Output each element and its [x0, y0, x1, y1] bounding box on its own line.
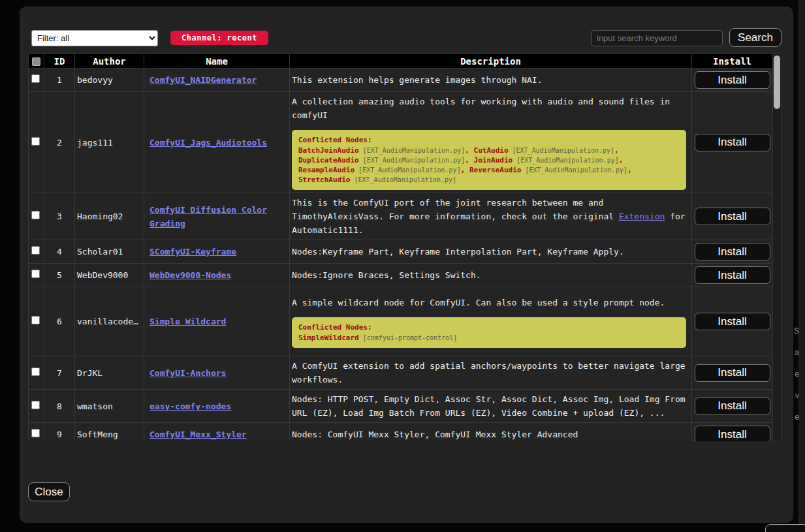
header-id: ID: [44, 54, 75, 69]
row-description: Nodes:Ignore Braces, Settings Switch.: [290, 264, 692, 287]
row-description: Nodes:Keyframe Part, Keyframe Interpolat…: [290, 240, 692, 264]
row-checkbox[interactable]: [31, 211, 40, 219]
table-header-row: ID Author Name Description Install: [29, 54, 773, 69]
conflict-node-name: ReverseAudio: [469, 166, 521, 174]
conflict-node-source: [EXT_AudioManipulation.py]: [359, 157, 466, 164]
conflict-box: Conflicted Nodes: BatchJoinAudio [EXT_Au…: [292, 130, 686, 190]
row-description: A simple wildcard node for ComfyUI. Can …: [290, 287, 692, 356]
row-name-link[interactable]: ComfyUI_NAIDGenerator: [150, 75, 257, 85]
row-name-link[interactable]: SComfyUI-Keyframe: [150, 247, 236, 257]
row-checkbox[interactable]: [31, 316, 40, 324]
conflict-box: Conflicted Nodes: SimpleWildcard [comfyu…: [292, 317, 686, 348]
row-name-link[interactable]: ComfyUI_Jags_Audiotools: [150, 138, 267, 148]
row-checkbox[interactable]: [31, 137, 40, 146]
conflict-node-source: [EXT_AudioManipulation.py]: [521, 166, 627, 174]
occluded-text-fragment: v: [795, 391, 799, 400]
row-checkbox[interactable]: [31, 429, 40, 437]
search-button[interactable]: Search: [729, 28, 781, 47]
row-author: Scholar01: [75, 240, 144, 264]
header-description: Description: [290, 54, 692, 69]
row-name-link[interactable]: ComfyUI_Mexx_Styler: [150, 430, 247, 439]
row-checkbox[interactable]: [31, 401, 40, 409]
row-author: WebDev9000: [75, 264, 144, 287]
row-checkbox[interactable]: [31, 270, 40, 278]
occluded-text-fragment: e: [795, 369, 799, 379]
conflict-node-source: [EXT_AudioManipulation.py]: [509, 147, 615, 154]
row-checkbox[interactable]: [31, 74, 40, 83]
table-row: 4 Scholar01 SComfyUI-Keyframe Nodes:Keyf…: [29, 240, 773, 264]
conflict-node-source: [EXT_AudioManipulation.py]: [350, 176, 456, 183]
conflict-list: SimpleWildcard [comfyui-prompt-control]: [298, 333, 680, 343]
table-row: 5 WebDev9000 WebDev9000-Nodes Nodes:Igno…: [29, 264, 773, 287]
table-row: 7 DrJKL ComfyUI-Anchors A ComfyUI extens…: [29, 356, 773, 390]
row-name-link[interactable]: ComfyUI Diffusion Color Grading: [150, 205, 267, 228]
row-name-link[interactable]: ComfyUI-Anchors: [150, 368, 226, 378]
install-button[interactable]: Install: [695, 208, 770, 225]
select-all-checkbox[interactable]: [32, 57, 40, 66]
row-id: 4: [44, 240, 75, 264]
table-scrollbar-thumb[interactable]: [774, 55, 780, 109]
row-id: 5: [44, 264, 75, 287]
install-button[interactable]: Install: [695, 243, 770, 260]
table-body: 1 bedovyy ComfyUI_NAIDGenerator This ext…: [29, 69, 773, 442]
table-row: 8 wmatson easy-comfy-nodes Nodes: HTTP P…: [29, 390, 773, 423]
close-button[interactable]: Close: [28, 482, 70, 501]
conflict-node-name: BatchJoinAudio: [298, 146, 359, 155]
conflict-node-source: [EXT_AudioManipulation.py]: [359, 147, 466, 154]
table-scrollbar[interactable]: [772, 54, 781, 441]
install-button[interactable]: Install: [695, 426, 770, 441]
partial-button[interactable]: [765, 524, 805, 532]
description-text: A collection amazing audio tools for wor…: [292, 95, 687, 122]
row-description: Nodes: HTTP POST, Empty Dict, Assoc Str,…: [290, 390, 692, 423]
row-author: jags111: [75, 92, 144, 193]
row-checkbox[interactable]: [31, 368, 40, 376]
page-scrollbar[interactable]: [798, 0, 805, 532]
row-author: DrJKL: [75, 356, 144, 390]
description-text: This is the ComfyUI port of the joint re…: [292, 196, 687, 237]
description-text: Nodes: ComfyUI Mexx Styler, ComfyUI Mexx…: [292, 428, 687, 441]
row-id: 3: [44, 193, 75, 240]
row-author: bedovyy: [75, 69, 144, 92]
row-id: 9: [44, 423, 75, 442]
row-author: Haoming02: [75, 193, 144, 240]
occluded-text-fragment: e: [795, 413, 799, 422]
channel-badge: Channel: recent: [170, 31, 268, 45]
filter-select[interactable]: Filter: all: [31, 30, 158, 46]
table-row: 1 bedovyy ComfyUI_NAIDGenerator This ext…: [29, 69, 773, 92]
conflict-node-name: ResampleAudio: [298, 166, 355, 174]
header-name: Name: [144, 54, 290, 69]
description-text: Nodes:Ignore Braces, Settings Switch.: [292, 268, 687, 282]
install-button[interactable]: Install: [695, 134, 770, 151]
description-text: A simple wildcard node for ComfyUI. Can …: [292, 296, 687, 309]
row-author: wmatson: [75, 390, 144, 423]
conflict-node-name: JoinAudio: [474, 156, 513, 164]
table-row: 3 Haoming02 ComfyUI Diffusion Color Grad…: [29, 193, 773, 240]
install-button[interactable]: Install: [695, 364, 770, 382]
search-input[interactable]: [591, 30, 723, 46]
row-name-link[interactable]: easy-comfy-nodes: [150, 401, 231, 411]
row-name-link[interactable]: Simple Wildcard: [150, 317, 226, 326]
install-button[interactable]: Install: [695, 398, 770, 415]
row-author: vanillacode…: [75, 287, 144, 356]
conflict-node-source: [comfyui-prompt-control]: [359, 334, 458, 341]
row-checkbox[interactable]: [31, 246, 40, 255]
conflict-title: Conflicted Nodes:: [298, 135, 680, 145]
conflict-node-name: StretchAudio: [298, 176, 350, 184]
row-id: 2: [44, 92, 75, 193]
install-button[interactable]: Install: [695, 313, 770, 330]
description-text: Nodes:Keyframe Part, Keyframe Interpolat…: [292, 245, 687, 258]
row-description: This extension helps generate images thr…: [290, 69, 692, 92]
row-description: This is the ComfyUI port of the joint re…: [290, 193, 692, 240]
conflict-node-source: [EXT_AudioManipulation.py]: [355, 166, 461, 174]
table-row: 6 vanillacode… Simple Wildcard A simple …: [29, 287, 773, 356]
install-button[interactable]: Install: [695, 71, 770, 89]
table-row: 2 jags111 ComfyUI_Jags_Audiotools A coll…: [29, 92, 773, 193]
row-description: Nodes: ComfyUI Mexx Styler, ComfyUI Mexx…: [290, 423, 692, 442]
occluded-text-fragment: S: [794, 326, 799, 336]
description-link[interactable]: Extension: [619, 211, 665, 221]
description-text: A ComfyUI extension to add spatial ancho…: [292, 359, 687, 386]
row-name-link[interactable]: WebDev9000-Nodes: [150, 270, 231, 280]
install-button[interactable]: Install: [695, 266, 770, 284]
row-description: A ComfyUI extension to add spatial ancho…: [290, 356, 692, 390]
nodes-table: ID Author Name Description Install 1 bed…: [28, 54, 781, 441]
